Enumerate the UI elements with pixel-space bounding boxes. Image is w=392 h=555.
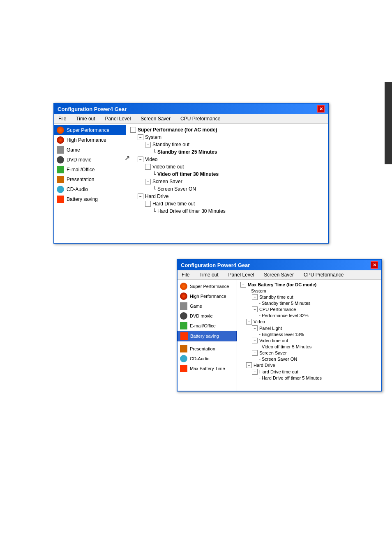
tree-standby-label: Standby time out <box>152 142 189 147</box>
second-tree-root-expander[interactable]: − <box>240 282 246 288</box>
dvd-icon <box>57 156 64 164</box>
second-menu-panellevel[interactable]: Panel Level <box>227 271 256 279</box>
mode-dvd[interactable]: DVD movie <box>54 155 126 165</box>
second-harddrive-label: Hard Drive <box>254 363 275 368</box>
second-standby-expander[interactable]: − <box>252 294 258 300</box>
tree-root: − Super Performance (for AC mode) <box>130 126 324 134</box>
second-screensaver-expander[interactable]: − <box>252 350 258 356</box>
tree-harddrive-timeout: − Hard Drive time out <box>145 200 324 207</box>
mode-presentation[interactable]: Presentation <box>54 175 126 184</box>
second-mode-super[interactable]: Super Performance <box>178 281 237 291</box>
main-tree-panel: − Super Performance (for AC mode) − Syst… <box>126 124 328 243</box>
menu-panellevel[interactable]: Panel Level <box>104 115 133 122</box>
mode-game-label: Game <box>67 147 80 153</box>
mode-high-performance[interactable]: High Performance <box>54 135 126 145</box>
second-standby-timer: └ Standby timer 5 Minutes <box>258 300 378 306</box>
second-panel-light: − Panel Light <box>252 325 378 332</box>
tree-screensaver-on: └ Screen Saver ON <box>152 185 324 193</box>
second-mode-battery[interactable]: Battery saving <box>178 331 237 341</box>
second-harddrive-timer-label: Hard Drive off timer 5 Minutes <box>262 375 322 380</box>
second-video-timer: └ Video off timer 5 Minutes <box>258 344 378 350</box>
second-menu-file[interactable]: File <box>180 271 191 279</box>
second-dvd-icon <box>180 312 187 320</box>
second-cpu-level-label: Performance level 32% <box>262 313 309 318</box>
second-cpu-perf: − CPU Performance <box>252 306 378 313</box>
presentation-icon <box>57 176 64 183</box>
tree-video: − Video <box>138 156 324 163</box>
second-cpu-expander[interactable]: − <box>252 306 258 312</box>
tree-harddrive-expander[interactable]: − <box>138 193 143 199</box>
menu-file[interactable]: File <box>57 115 68 122</box>
second-battery-label: Battery saving <box>190 334 219 339</box>
tree-video-timeout-expander[interactable]: − <box>145 164 151 170</box>
tree-harddrive-timeout-expander[interactable]: − <box>145 201 151 207</box>
second-cpu-level: └ Performance level 32% <box>258 313 378 318</box>
second-mode-cd[interactable]: CD-Audio <box>178 354 237 364</box>
mode-email[interactable]: E-mail/Office <box>54 165 126 175</box>
tree-video-timer: └ Video off timer 30 Minutes <box>152 170 324 178</box>
second-video-label: Video <box>254 319 265 324</box>
tree-video-expander[interactable]: − <box>138 157 143 162</box>
second-pres-label: Presentation <box>190 346 215 351</box>
second-game-label: Game <box>190 304 202 309</box>
mode-battery[interactable]: Battery saving <box>54 194 126 204</box>
mode-super-performance[interactable]: Super Performance <box>54 125 126 135</box>
tree-video-timeout: − Video time out <box>145 163 324 170</box>
second-harddrive-timeout-expander[interactable]: − <box>252 369 258 375</box>
second-email-label: E-mail/Office <box>190 323 216 328</box>
second-videotimeout-expander[interactable]: − <box>252 338 258 343</box>
tree-system: − System <box>138 134 324 141</box>
tree-screensaver-expander[interactable]: − <box>145 179 151 184</box>
second-menu-screensaver[interactable]: Screen Saver <box>262 271 295 279</box>
second-mode-game[interactable]: Game <box>178 301 237 311</box>
mode-cd[interactable]: CD-Audio <box>54 184 126 194</box>
menu-timeout[interactable]: Time out <box>74 115 97 122</box>
second-screensaver-label: Screen Saver <box>259 350 287 355</box>
tree-system-expander[interactable]: − <box>138 134 143 140</box>
second-mode-email[interactable]: E-mail/Office <box>178 321 237 331</box>
modes-panel: Super Performance High Performance Game … <box>54 124 126 243</box>
second-high-icon <box>180 292 187 300</box>
second-brightness-line: └ <box>258 332 262 336</box>
tree-harddrive-timer-line: └ <box>152 208 157 214</box>
second-window-close-button[interactable]: ✕ <box>371 261 378 269</box>
second-system-dash: — <box>246 289 251 293</box>
second-window-body: Super Performance High Performance Game … <box>178 280 381 391</box>
battery-icon <box>57 196 64 203</box>
second-email-icon <box>180 322 187 329</box>
second-harddrive-timer-line: └ <box>258 376 262 380</box>
mode-battery-label: Battery saving <box>67 196 98 202</box>
tree-video-label: Video <box>145 157 157 162</box>
second-screensaver-on-line: └ <box>258 357 262 361</box>
second-standby-timeout: − Standby time out <box>252 294 378 300</box>
tree-harddrive-timer-label: Hard Drive off timer 30 Minutes <box>157 208 226 214</box>
second-menu-cpu[interactable]: CPU Preformance <box>302 271 345 279</box>
tree-standby-expander[interactable]: − <box>145 142 151 147</box>
second-mode-dvd[interactable]: DVD movie <box>178 311 237 321</box>
mode-super-label: Super Performance <box>67 127 109 133</box>
second-standby-timer-line: └ <box>258 301 262 305</box>
second-video-expander[interactable]: − <box>246 319 252 325</box>
main-window-menubar: File Time out Panel Level Screen Saver C… <box>54 114 328 124</box>
second-harddrive-expander[interactable]: − <box>246 362 252 368</box>
mode-game[interactable]: Game <box>54 145 126 155</box>
second-maxbattery-label: Max Battery Time <box>190 366 225 371</box>
second-mode-maxbattery[interactable]: Max Battery Time <box>178 364 237 373</box>
second-harddrive-timeout: − Hard Drive time out <box>252 368 378 375</box>
second-menu-timeout[interactable]: Time out <box>198 271 220 279</box>
tree-harddrive-timer: └ Hard Drive off timer 30 Minutes <box>152 207 324 215</box>
second-screensaver-on: └ Screen Saver ON <box>258 356 378 362</box>
second-screensaver: − Screen Saver <box>252 350 378 356</box>
second-super-label: Super Performance <box>190 284 229 289</box>
menu-cpuperformance[interactable]: CPU Preformance <box>179 115 222 122</box>
second-window-menubar: File Time out Panel Level Screen Saver C… <box>178 270 381 280</box>
tree-root-expander[interactable]: − <box>130 127 136 133</box>
second-mode-presentation[interactable]: Presentation <box>178 344 237 354</box>
main-window-close-button[interactable]: ✕ <box>317 105 325 113</box>
second-maxbattery-icon <box>180 365 187 372</box>
tree-standby-timer: └ Standby timer 25 Minutes <box>152 148 324 156</box>
second-mode-high[interactable]: High Performance <box>178 291 237 301</box>
second-window: Configuration Power4 Gear ✕ File Time ou… <box>177 259 382 391</box>
second-panellight-expander[interactable]: − <box>252 325 258 331</box>
menu-screensaver[interactable]: Screen Saver <box>139 115 172 122</box>
